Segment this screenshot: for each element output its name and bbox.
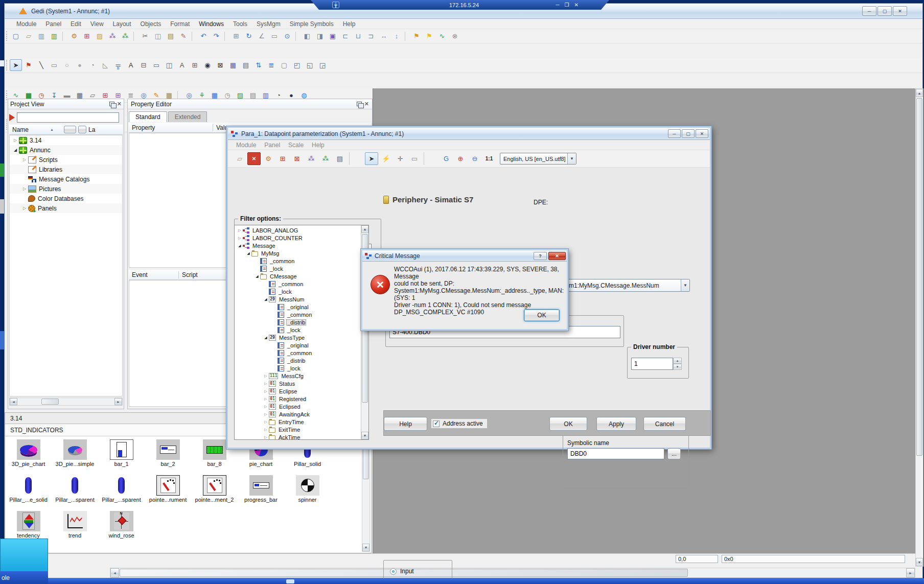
expand-icon[interactable] bbox=[12, 138, 19, 143]
expand-icon[interactable] bbox=[263, 389, 269, 393]
expand-icon[interactable] bbox=[21, 157, 28, 162]
menu-item[interactable]: Help bbox=[308, 141, 329, 149]
project-filter-input[interactable] bbox=[17, 112, 119, 123]
expand-icon[interactable] bbox=[237, 244, 243, 248]
text-tool-icon[interactable]: A bbox=[125, 59, 137, 71]
menu-item[interactable]: Panel bbox=[41, 19, 66, 29]
ok-button[interactable]: OK bbox=[524, 309, 560, 321]
catalog-item-pillar-sparent-2[interactable]: Pillar_...sparent bbox=[98, 475, 145, 511]
scroll-down-icon[interactable]: ▼ bbox=[916, 558, 923, 566]
expand-icon[interactable] bbox=[263, 412, 269, 416]
toolbar-icon[interactable] bbox=[424, 152, 437, 165]
stop-icon[interactable]: ✕ bbox=[247, 152, 261, 165]
group-icon[interactable]: ▣ bbox=[327, 30, 339, 42]
align-left-icon[interactable]: ⊏ bbox=[339, 30, 352, 42]
expand-icon[interactable] bbox=[263, 435, 269, 439]
menu-item[interactable]: Panel bbox=[260, 141, 284, 149]
float-panel-icon[interactable] bbox=[109, 102, 114, 106]
scroll-thumb[interactable] bbox=[916, 98, 922, 456]
menu-item[interactable]: Format bbox=[166, 19, 194, 29]
open-icon[interactable]: ▱ bbox=[233, 152, 246, 165]
browse-button[interactable]: ... bbox=[667, 448, 681, 459]
radio-icon[interactable] bbox=[390, 568, 397, 575]
label-icon[interactable]: A bbox=[176, 59, 188, 71]
multi-text-icon[interactable]: ⊞ bbox=[189, 59, 201, 71]
dp-entrytime[interactable]: EntryTime bbox=[235, 418, 360, 426]
distribute-v-icon[interactable]: ↕ bbox=[390, 30, 403, 42]
close-icon[interactable]: ✕ bbox=[548, 252, 566, 260]
grid-icon[interactable]: ⊞ bbox=[230, 30, 242, 42]
copy-icon[interactable]: ◫ bbox=[152, 30, 164, 42]
pin-icon[interactable]: ╈ bbox=[332, 2, 339, 8]
dp-lock[interactable]: _lock bbox=[235, 288, 360, 295]
catalog-item-pillar-sparent-1[interactable]: Pillar_...sparent bbox=[52, 475, 98, 511]
raise-icon[interactable]: ◧ bbox=[301, 30, 313, 42]
frame-widget-icon[interactable]: ◰ bbox=[291, 59, 303, 71]
scroll-down-icon[interactable]: ▼ bbox=[362, 544, 369, 551]
embedded-module-icon[interactable]: ◱ bbox=[304, 59, 316, 71]
dp-eclipsed[interactable]: 01 Eclipsed bbox=[235, 403, 360, 410]
toolbar-icon[interactable] bbox=[192, 32, 195, 41]
float-panel-icon[interactable] bbox=[357, 102, 362, 106]
ok-button[interactable]: OK bbox=[549, 417, 587, 431]
text-field-icon[interactable]: ⊟ bbox=[137, 59, 150, 71]
radio-widget-icon[interactable]: ◉ bbox=[201, 59, 214, 71]
menu-item[interactable]: Simple Symbols bbox=[285, 19, 338, 29]
driver-spinner[interactable]: ▲ ▼ bbox=[673, 358, 682, 370]
push-button-icon[interactable]: ▭ bbox=[150, 59, 163, 71]
polygon-tool-icon[interactable]: ◺ bbox=[99, 59, 111, 71]
tree-item-scripts[interactable]: Scripts bbox=[10, 155, 122, 165]
menu-item[interactable]: Module bbox=[12, 19, 41, 29]
menu-item[interactable]: Edit bbox=[66, 19, 86, 29]
toolbar-icon[interactable] bbox=[224, 32, 228, 41]
dp-messnum[interactable]: 29 MessNum bbox=[235, 295, 360, 303]
expand-icon[interactable] bbox=[263, 428, 269, 432]
scroll-thumb[interactable] bbox=[363, 449, 369, 479]
dp-messtype[interactable]: 29 MessType bbox=[235, 334, 360, 341]
blank-rect-icon[interactable]: ▭ bbox=[268, 30, 281, 42]
tree-item-annunc[interactable]: Annunc bbox=[10, 145, 122, 155]
expand-icon[interactable] bbox=[263, 374, 269, 378]
help-button[interactable]: Help bbox=[384, 417, 427, 431]
zoom-in-icon[interactable]: ⊕ bbox=[454, 152, 467, 165]
taskbar-quicklaunch-icon[interactable] bbox=[286, 579, 294, 583]
grab-icon[interactable]: G bbox=[440, 152, 453, 165]
panel-tree-icon[interactable]: ⁂ bbox=[106, 30, 119, 42]
catalog-item-pointer-instrument-2[interactable]: pointe...ment_2 bbox=[191, 475, 238, 511]
toolbar-icon[interactable] bbox=[349, 152, 362, 165]
column-button-2[interactable] bbox=[78, 126, 86, 133]
select-cursor-icon[interactable]: ➤ bbox=[365, 152, 378, 165]
catalog-item-3d-pie-chart[interactable]: 3D_pie_chart bbox=[5, 439, 52, 475]
redo-icon[interactable]: ↷ bbox=[210, 30, 222, 42]
new-panel-icon[interactable]: ▢ bbox=[10, 30, 22, 42]
dp-distrib[interactable]: _distrib bbox=[235, 318, 360, 326]
trend-tool-icon[interactable]: ∿ bbox=[436, 30, 448, 42]
close-button[interactable]: ✕ bbox=[696, 129, 708, 138]
module-settings-icon[interactable]: ⚙ bbox=[262, 152, 275, 165]
menu-item[interactable]: Windows bbox=[194, 19, 228, 29]
tab-standard[interactable]: Standard bbox=[129, 111, 167, 122]
restore-icon[interactable]: ❒ bbox=[565, 2, 569, 8]
address-active-field[interactable]: Address active bbox=[431, 419, 487, 428]
radio-input[interactable]: Input bbox=[390, 568, 452, 575]
module-settings-icon[interactable]: ⚙ bbox=[68, 30, 80, 42]
scroll-down-icon[interactable]: ▼ bbox=[361, 432, 368, 439]
catalog-item-pointer-instrument[interactable]: pointe...rument bbox=[145, 475, 191, 511]
align-right-icon[interactable]: ⊐ bbox=[365, 30, 377, 42]
circle-tool-icon[interactable]: ● bbox=[74, 59, 86, 71]
catalog-item-bar-2[interactable]: bar_2 bbox=[145, 439, 191, 475]
dp-exittime[interactable]: ExitTime bbox=[235, 426, 360, 433]
expand-icon[interactable] bbox=[21, 206, 28, 211]
spin-down-icon[interactable]: ▼ bbox=[673, 364, 682, 370]
dp-distrib[interactable]: _distrib bbox=[235, 357, 360, 364]
catalog-item-spinner[interactable]: spinner bbox=[284, 475, 331, 511]
minimize-icon[interactable]: ─ bbox=[556, 2, 560, 8]
expand-icon[interactable] bbox=[237, 228, 243, 232]
select-cursor-icon[interactable]: ➤ bbox=[10, 59, 22, 71]
panel-tree-2-icon[interactable]: ⁂ bbox=[319, 152, 332, 165]
expand-icon[interactable] bbox=[245, 251, 251, 255]
help-icon[interactable]: ? bbox=[534, 252, 547, 260]
tree-widget-icon[interactable]: ≣ bbox=[265, 59, 278, 71]
expand-icon[interactable] bbox=[263, 382, 269, 386]
cancel-button[interactable]: Cancel bbox=[643, 417, 686, 431]
